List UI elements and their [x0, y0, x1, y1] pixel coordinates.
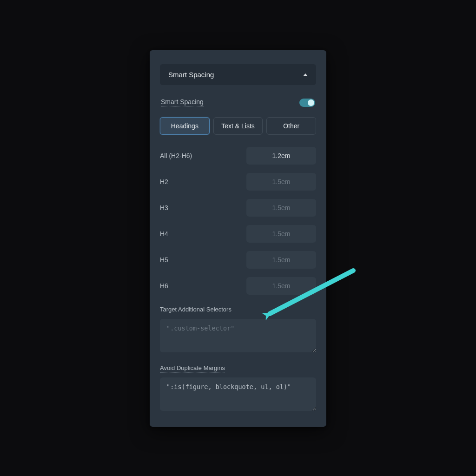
- row-label: All (H2-H6): [160, 152, 192, 159]
- chevron-up-icon: [303, 73, 308, 76]
- row-h4: H4: [160, 225, 316, 243]
- target-selectors-label: Target Additional Selectors: [160, 306, 231, 314]
- input-h2[interactable]: [246, 173, 316, 191]
- tab-headings[interactable]: Headings: [160, 117, 210, 135]
- section-header[interactable]: Smart Spacing: [160, 64, 316, 85]
- input-all-headings[interactable]: [246, 147, 316, 165]
- avoid-margins-textarea[interactable]: [160, 377, 316, 411]
- row-all-headings: All (H2-H6): [160, 147, 316, 165]
- target-selectors-group: Target Additional Selectors: [160, 305, 316, 354]
- smart-spacing-toggle[interactable]: [299, 99, 315, 107]
- row-label: H6: [160, 282, 168, 290]
- tab-text-lists[interactable]: Text & Lists: [213, 117, 263, 135]
- row-h3: H3: [160, 199, 316, 217]
- input-h3[interactable]: [246, 199, 316, 217]
- toggle-label: Smart Spacing: [161, 98, 204, 107]
- input-h5[interactable]: [246, 251, 316, 269]
- row-label: H2: [160, 178, 168, 185]
- smart-spacing-toggle-row: Smart Spacing: [161, 98, 315, 107]
- spacing-tabs: Headings Text & Lists Other: [160, 117, 316, 135]
- row-h5: H5: [160, 251, 316, 269]
- toggle-knob: [308, 99, 314, 106]
- smart-spacing-panel: Smart Spacing Smart Spacing Headings Tex…: [150, 50, 326, 427]
- row-h2: H2: [160, 173, 316, 191]
- input-h6[interactable]: [246, 277, 316, 295]
- row-label: H5: [160, 256, 168, 264]
- input-h4[interactable]: [246, 225, 316, 243]
- row-label: H3: [160, 204, 168, 212]
- section-title: Smart Spacing: [168, 71, 214, 79]
- row-label: H4: [160, 230, 168, 238]
- avoid-margins-group: Avoid Duplicate Margins: [160, 364, 316, 413]
- target-selectors-textarea[interactable]: [160, 319, 316, 352]
- avoid-margins-label: Avoid Duplicate Margins: [160, 364, 225, 373]
- row-h6: H6: [160, 277, 316, 295]
- tab-other[interactable]: Other: [266, 117, 316, 135]
